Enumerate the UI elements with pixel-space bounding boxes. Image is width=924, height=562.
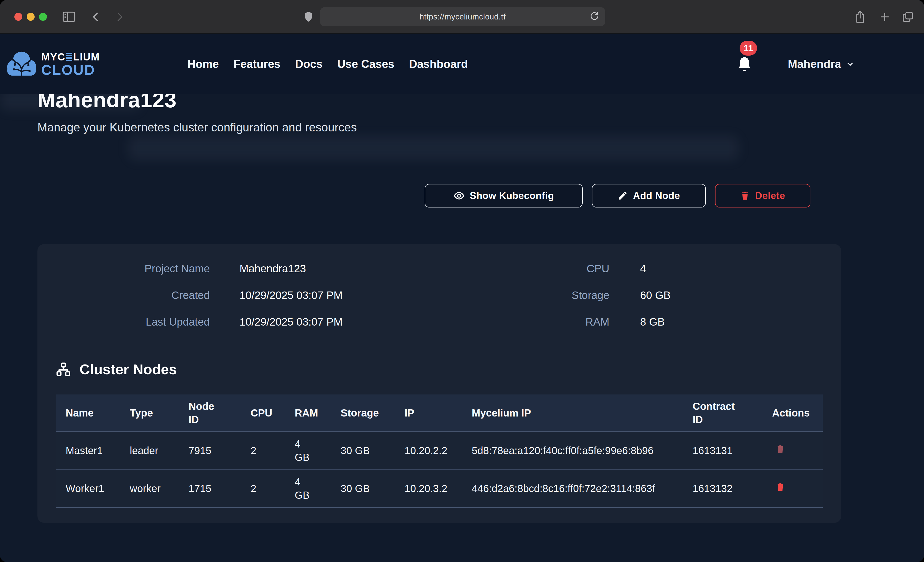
cluster-nodes-title: Cluster Nodes <box>80 361 177 378</box>
address-bar[interactable]: https://myceliumcloud.tf <box>320 7 605 26</box>
cluster-nodes-table: Name Type Node ID CPU RAM Storage IP Myc… <box>56 395 823 508</box>
cell-type: leader <box>120 432 179 469</box>
trash-icon <box>776 482 785 492</box>
col-header-ip: IP <box>394 395 462 432</box>
mycelium-cloud-logo[interactable]: MYCLIUM CLOUD <box>6 48 100 80</box>
notifications-button[interactable]: 11 <box>735 55 766 86</box>
cell-mycelium-ip: 446:d2a6:8bcd:8c16:ff0f:72e2:3114:863f <box>462 469 682 507</box>
reload-icon[interactable] <box>590 11 600 22</box>
chevron-down-icon <box>846 60 855 69</box>
col-header-contract-id: Contract ID <box>683 395 762 432</box>
nav-links: Home Features Docs Use Cases Dashboard <box>188 34 468 94</box>
forward-button[interactable] <box>114 0 125 34</box>
bell-icon <box>735 55 753 75</box>
project-info-right: CPU 4 Storage 60 GB RAM 8 GB <box>456 262 823 329</box>
logo-cloud: CLOUD <box>41 63 100 77</box>
trash-icon <box>740 190 750 201</box>
cpu-label: CPU <box>456 262 609 275</box>
cell-actions <box>762 432 823 469</box>
privacy-shield-icon[interactable] <box>303 0 314 34</box>
show-kubeconfig-label: Show Kubeconfig <box>470 190 554 201</box>
cell-cpu: 2 <box>241 469 285 507</box>
sidebar-toggle-icon[interactable] <box>62 0 76 34</box>
col-header-cpu: CPU <box>241 395 285 432</box>
nav-link-use-cases[interactable]: Use Cases <box>337 58 394 70</box>
eye-icon <box>453 190 465 201</box>
url-text: https://myceliumcloud.tf <box>420 12 506 21</box>
logo-lium: LIUM <box>73 52 100 62</box>
nav-link-features[interactable]: Features <box>233 58 280 70</box>
ram-row: RAM 8 GB <box>456 315 823 329</box>
col-header-name: Name <box>56 395 120 432</box>
col-header-type: Type <box>120 395 179 432</box>
cluster-nodes-heading: Cluster Nodes <box>56 361 823 378</box>
notification-badge: 11 <box>740 41 757 55</box>
delete-node-button[interactable] <box>772 444 785 455</box>
storage-label: Storage <box>456 289 609 302</box>
cell-node-id: 1715 <box>179 469 241 507</box>
storage-row: Storage 60 GB <box>456 289 823 302</box>
ram-value: 8 GB <box>640 315 665 329</box>
storage-value: 60 GB <box>640 289 670 302</box>
col-header-actions: Actions <box>762 395 823 432</box>
nav-link-home[interactable]: Home <box>188 58 219 70</box>
table-header-row: Name Type Node ID CPU RAM Storage IP Myc… <box>56 395 823 432</box>
back-button[interactable] <box>90 0 102 34</box>
last-updated-value: 10/29/2025 03:07 PM <box>240 315 343 329</box>
delete-cluster-button[interactable]: Delete <box>715 184 810 208</box>
cell-ram: 4 GB <box>285 469 331 507</box>
cell-storage: 30 GB <box>331 432 394 469</box>
delete-node-button[interactable] <box>772 482 785 493</box>
page-subtitle: Manage your Kubernetes cluster configura… <box>38 120 886 134</box>
delete-label: Delete <box>755 190 785 201</box>
zoom-window-button[interactable] <box>39 13 47 21</box>
cell-storage: 30 GB <box>331 469 394 507</box>
created-value: 10/29/2025 03:07 PM <box>240 289 343 302</box>
cell-name: Worker1 <box>56 469 120 507</box>
nav-link-dashboard[interactable]: Dashboard <box>409 58 468 70</box>
close-window-button[interactable] <box>14 13 22 21</box>
show-kubeconfig-button[interactable]: Show Kubeconfig <box>424 184 583 208</box>
logo-text: MYCLIUM CLOUD <box>41 52 100 77</box>
col-header-mycelium-ip: Mycelium IP <box>462 395 682 432</box>
table-row-worker1: Worker1 worker 1715 2 4 GB 30 GB 10.20.3… <box>56 469 823 507</box>
last-updated-row: Last Updated 10/29/2025 03:07 PM <box>56 315 456 329</box>
browser-toolbar: https://myceliumcloud.tf <box>0 0 924 34</box>
cell-type: worker <box>120 469 179 507</box>
cell-name: Master1 <box>56 432 120 469</box>
pencil-icon <box>618 191 628 201</box>
browser-window: https://myceliumcloud.tf <box>0 0 924 562</box>
created-row: Created 10/29/2025 03:07 PM <box>56 289 456 302</box>
user-name: Mahendra <box>788 58 841 70</box>
col-header-storage: Storage <box>331 395 394 432</box>
add-node-button[interactable]: Add Node <box>592 184 706 208</box>
cloud-logo-icon <box>6 48 37 80</box>
col-header-node-id: Node ID <box>179 395 241 432</box>
cluster-panel: Project Name Mahendra123 Created 10/29/2… <box>38 244 841 523</box>
last-updated-label: Last Updated <box>56 315 210 329</box>
share-icon[interactable] <box>854 0 866 34</box>
cell-mycelium-ip: 5d8:78ea:a120:f40c:ff0f:a5fe:99e6:8b96 <box>462 432 682 469</box>
nav-link-docs[interactable]: Docs <box>295 58 323 70</box>
logo-myc: MYC <box>41 52 65 62</box>
project-name-value: Mahendra123 <box>240 262 306 275</box>
table-row-master1: Master1 leader 7915 2 4 GB 30 GB 10.20.2… <box>56 432 823 469</box>
new-tab-icon[interactable] <box>879 0 890 34</box>
cell-node-id: 7915 <box>179 432 241 469</box>
cpu-value: 4 <box>640 262 646 275</box>
minimize-window-button[interactable] <box>27 13 34 21</box>
main-content: Mahendra123 Manage your Kubernetes clust… <box>0 87 924 523</box>
cell-actions <box>762 469 823 507</box>
user-menu[interactable]: Mahendra <box>788 34 855 94</box>
created-label: Created <box>56 289 210 302</box>
cell-contract-id: 1613132 <box>683 469 762 507</box>
col-header-ram: RAM <box>285 395 331 432</box>
site-navbar: MYCLIUM CLOUD Home Features Docs Use Cas… <box>0 34 924 94</box>
project-name-label: Project Name <box>56 262 210 275</box>
cluster-actions-row: Show Kubeconfig Add Node Delete <box>38 184 886 208</box>
project-info: Project Name Mahendra123 Created 10/29/2… <box>56 262 823 329</box>
trash-icon <box>776 444 785 454</box>
cell-contract-id: 1613131 <box>683 432 762 469</box>
tab-overview-icon[interactable] <box>902 0 914 34</box>
blur-artifact <box>128 136 739 160</box>
